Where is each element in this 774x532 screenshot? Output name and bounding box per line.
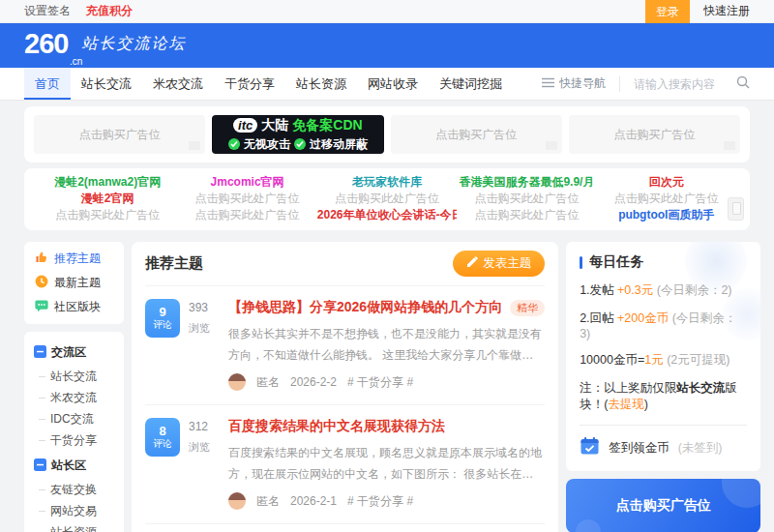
nav-tab[interactable]: 关键词挖掘 (429, 68, 513, 100)
thumb-up-icon (35, 251, 48, 267)
withdraw-link[interactable]: 去提现 (608, 398, 644, 411)
comment-label: 评论 (153, 319, 172, 331)
buy-ad-slot[interactable]: 点击购买广告位 (569, 115, 740, 154)
section-webmaster[interactable]: 站长区 (24, 451, 124, 479)
post-tag[interactable]: # 干货分享 # (347, 493, 413, 510)
search-input[interactable] (634, 77, 729, 91)
new-post-button[interactable]: 发表主题 (453, 251, 545, 277)
buy-ad-slot[interactable]: 点击购买广告位 (34, 115, 205, 154)
forum-link[interactable]: 干货分享 (24, 429, 124, 451)
top-bar: 设置签名 充值积分 登录 快速注册 (0, 0, 774, 23)
comment-count: 9 (159, 306, 165, 319)
text-ad-link[interactable]: 漫蛙2官网 (38, 191, 177, 207)
buy-ad-banner[interactable]: 点击购买广告位 (566, 479, 760, 532)
text-ad-link[interactable]: pubgtool画质助手 (597, 207, 736, 223)
collapse-minus-icon[interactable] (34, 345, 46, 361)
post-row[interactable]: 7 评论 249 浏览 做了个260社区的电脑端软件和手机端软件 做了个软件，不… (145, 523, 545, 532)
post-author[interactable]: 匿名 (256, 374, 280, 391)
banner-ad-row: 点击购买广告位 itc 大陆 免备案CDN 无视攻击 过移动屏蔽 点击购买广告位… (24, 106, 750, 163)
view-count: 312 (189, 420, 218, 433)
sidebar-item-label: 社区版块 (54, 299, 101, 315)
nav-tab[interactable]: 米农交流 (142, 68, 214, 100)
comment-count-badge[interactable]: 9 评论 (145, 299, 180, 338)
text-ad-link[interactable]: 点击购买此处广告位 (457, 191, 596, 207)
buy-ad-slot-label: 点击购买广告位 (613, 127, 695, 143)
view-count: 393 (189, 301, 218, 314)
nav-tab[interactable]: 站长交流 (71, 68, 142, 100)
view-label: 浏览 (189, 440, 218, 455)
register-link[interactable]: 快速注册 (703, 3, 750, 19)
text-ad-link[interactable]: 点击购买此处广告位 (177, 207, 316, 223)
forum-link[interactable]: 米农交流 (24, 387, 124, 408)
text-ad-link[interactable]: 香港美国服务器最低9.9/月 (457, 174, 596, 191)
post-row[interactable]: 9 评论 393 浏览 【挣钱思路】分享2026做网站挣钱的几个方向 精华 很多… (145, 285, 545, 404)
ad-corner-mark (189, 141, 200, 150)
avatar[interactable] (228, 373, 246, 391)
forum-link[interactable]: 友链交换 (24, 479, 124, 500)
floating-mobile-widget[interactable] (728, 197, 744, 221)
nav-tab[interactable]: 网站收录 (357, 68, 429, 100)
post-tag[interactable]: # 干货分享 # (347, 374, 413, 391)
buy-ad-slot-label: 点击购买广告位 (79, 127, 161, 143)
post-title-link[interactable]: 百度搜索结果的中文名展现获得方法 (228, 418, 445, 435)
post-author[interactable]: 匿名 (256, 493, 280, 510)
check-icon (228, 138, 240, 150)
forum-link[interactable]: 站长资源 (24, 521, 124, 532)
buy-ad-banner-label: 点击购买广告位 (616, 497, 711, 515)
post-excerpt: 百度搜索结果的中文名展现，顾名思义就是原本展示域名的地方，现在展示位网站的中文名… (228, 443, 545, 485)
nav-tab-home[interactable]: 首页 (24, 68, 71, 100)
ad-corner-mark (724, 141, 735, 150)
section-exchange[interactable]: 交流区 (24, 338, 124, 366)
text-ad-link[interactable]: 点击购买此处广告位 (38, 207, 177, 223)
search-icon[interactable] (736, 75, 750, 93)
sidebar-item-recommended[interactable]: 推荐主题 (24, 247, 124, 271)
quick-nav-button[interactable]: 快捷导航 (542, 75, 606, 92)
post-row[interactable]: 8 评论 312 浏览 百度搜索结果的中文名展现获得方法 百度搜索结果的中文名展… (145, 404, 545, 523)
text-ad-link[interactable]: 回次元 (597, 174, 736, 191)
hamburger-icon (542, 77, 554, 91)
set-signature-link[interactable]: 设置签名 (24, 3, 71, 19)
decorative-circle (576, 519, 601, 532)
chat-bubble-icon (35, 299, 48, 315)
logo-domain: .cn (70, 57, 82, 67)
check-icon (294, 138, 306, 150)
forum-link[interactable]: 网站交易 (24, 500, 124, 521)
comment-count-badge[interactable]: 8 评论 (145, 418, 180, 457)
text-ad-link[interactable]: 2026年单位收心会讲话-今日文秘 (317, 207, 457, 223)
left-sidebar: 推荐主题 最新主题 社区版块 (24, 242, 124, 532)
text-ad-link[interactable]: 点击购买此处广告位 (597, 191, 736, 207)
daily-tasks-title: 每日任务 (580, 253, 747, 271)
cdn-feature-1: 无视攻击 (244, 136, 290, 153)
login-button[interactable]: 登录 (645, 0, 690, 23)
sidebar-item-latest[interactable]: 最新主题 (24, 271, 124, 295)
panel-title: 推荐主题 (145, 254, 203, 273)
buy-ad-slot[interactable]: 点击购买广告位 (391, 115, 562, 154)
forum-link[interactable]: 站长交流 (24, 366, 124, 387)
clock-icon (35, 275, 48, 291)
avatar[interactable] (228, 492, 246, 510)
main-nav: 首页 站长交流 米农交流 干货分享 站长资源 网站收录 关键词挖掘 快捷导航 (0, 68, 774, 101)
text-ad-link[interactable]: 漫蛙2(manwa2)官网 (38, 174, 177, 191)
checkin-label: 签到领金币 (609, 440, 670, 457)
site-logo[interactable]: 260 .cn (24, 30, 68, 58)
text-ad-link[interactable]: 点击购买此处广告位 (457, 207, 596, 223)
logo-text: 260 (24, 28, 68, 59)
forum-link[interactable]: IDC交流 (24, 408, 124, 429)
nav-tab[interactable]: 干货分享 (214, 68, 285, 100)
sidebar-item-forums[interactable]: 社区版块 (24, 295, 124, 319)
text-ad-link[interactable]: 点击购买此处广告位 (177, 191, 316, 207)
daily-tasks-title-label: 每日任务 (589, 253, 643, 271)
sidebar-item-label: 推荐主题 (54, 251, 101, 267)
recharge-points-link[interactable]: 充值积分 (86, 3, 133, 19)
collapse-minus-icon[interactable] (34, 458, 46, 474)
new-post-label: 发表主题 (483, 255, 531, 272)
post-title-link[interactable]: 【挣钱思路】分享2026做网站挣钱的几个方向 (228, 299, 502, 316)
text-ad-link[interactable]: 老玩家软件库 (317, 174, 457, 191)
checkin-status: (未签到) (678, 440, 723, 457)
text-ad-link[interactable]: 点击购买此处广告位 (317, 191, 457, 207)
cdn-ad-banner[interactable]: itc 大陆 免备案CDN 无视攻击 过移动屏蔽 (212, 115, 383, 154)
text-ad-link[interactable]: Jmcomic官网 (177, 174, 316, 191)
cdn-ad-text-green: 免备案CDN (292, 117, 362, 134)
checkin-row[interactable]: 签到领金币 (未签到) (580, 425, 747, 459)
nav-tab[interactable]: 站长资源 (285, 68, 357, 100)
